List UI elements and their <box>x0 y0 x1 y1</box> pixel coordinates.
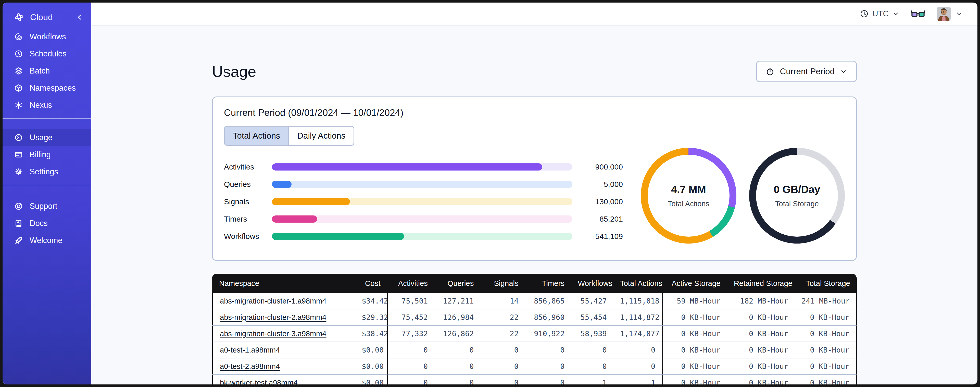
value-cell: 0 <box>614 342 662 358</box>
sidebar-nav-main: Workflows Schedules <box>3 28 91 114</box>
value-cell: 0 <box>480 358 525 375</box>
main-area: UTC <box>91 3 977 384</box>
value-cell: 0 <box>480 342 525 358</box>
sidebar-item-label: Welcome <box>30 236 62 245</box>
value-cell: 0 <box>525 342 571 358</box>
value-cell: 1,114,872 <box>614 309 662 326</box>
value-cell: 182 MB-Hour <box>727 293 795 309</box>
sidebar-item-workflows[interactable]: Workflows <box>3 28 91 45</box>
value-cell: 0 <box>434 342 480 358</box>
value-cell: 58,939 <box>571 326 613 342</box>
sidebar-collapse-icon[interactable] <box>75 13 84 21</box>
sidebar-item-settings[interactable]: Settings <box>3 163 91 180</box>
total-storage-donut: 0 GB/Day Total Storage <box>749 148 845 243</box>
usage-bar-row: Activities900,000 <box>224 163 623 171</box>
usage-bar-fill <box>272 198 350 205</box>
donut-value: 0 GB/Day <box>774 184 820 195</box>
value-cell: $0.00 <box>355 342 387 358</box>
timezone-selector[interactable]: UTC <box>860 9 899 18</box>
sidebar-header: Cloud <box>3 9 91 26</box>
sidebar-nav-account: Usage Billing <box>3 119 91 180</box>
sidebar-item-nexus[interactable]: Nexus <box>3 96 91 114</box>
tab-daily-actions[interactable]: Daily Actions <box>288 126 353 145</box>
sidebar-item-docs[interactable]: Docs <box>3 215 91 232</box>
usage-table-body: abs-migration-cluster-1.a98mm4$34.4275,5… <box>212 293 857 384</box>
settings-gear-icon <box>14 168 23 176</box>
value-cell: 0 <box>387 342 434 358</box>
value-cell: 127,211 <box>434 293 480 309</box>
value-cell: 0 <box>387 375 434 384</box>
batch-layers-icon <box>14 67 23 75</box>
usage-bar-fill <box>272 216 317 222</box>
value-cell: $29.32 <box>355 309 387 326</box>
period-selector-button[interactable]: Current Period <box>756 61 857 82</box>
value-cell: 0 <box>480 375 525 384</box>
sidebar-item-welcome[interactable]: Welcome <box>3 232 91 249</box>
sidebar: Cloud Workflows <box>3 3 91 384</box>
value-cell: 0 KB-Hour <box>727 309 795 326</box>
namespace-link[interactable]: a0-test-2.a98mm4 <box>220 362 280 370</box>
screenshot-frame: Cloud Workflows <box>0 0 980 387</box>
account-menu[interactable] <box>937 6 963 21</box>
sidebar-item-namespaces[interactable]: Namespaces <box>3 79 91 96</box>
sidebar-item-batch[interactable]: Batch <box>3 62 91 79</box>
sidebar-item-label: Batch <box>30 66 50 75</box>
nerd-glasses-icon[interactable] <box>911 9 926 19</box>
sidebar-item-support[interactable]: Support <box>3 198 91 215</box>
value-cell: 1 <box>614 375 662 384</box>
namespace-link[interactable]: abs-migration-cluster-3.a98mm4 <box>220 329 326 338</box>
value-cell: 0 KB-Hour <box>727 342 795 358</box>
namespace-link[interactable]: abs-migration-cluster-1.a98mm4 <box>220 297 326 305</box>
value-cell: 75,452 <box>387 309 434 326</box>
value-cell: 0 KB-Hour <box>727 358 795 375</box>
stopwatch-icon <box>765 67 775 76</box>
value-cell: 59 MB-Hour <box>662 293 727 309</box>
value-cell: 241 MB-Hour <box>795 293 857 309</box>
col-timers: Timers <box>525 273 571 293</box>
value-cell: 0 <box>525 358 571 375</box>
sidebar-item-schedules[interactable]: Schedules <box>3 45 91 62</box>
sidebar-item-usage[interactable]: Usage <box>3 129 91 146</box>
total-actions-donut: 4.7 MM Total Actions <box>641 148 737 243</box>
sidebar-nav-footer: Support Docs <box>3 186 91 249</box>
value-cell: 0 <box>434 375 480 384</box>
value-cell: $0.00 <box>355 358 387 375</box>
usage-bar-label: Workflows <box>224 232 265 241</box>
value-cell: $34.42 <box>355 293 387 309</box>
value-cell: 1,174,077 <box>614 326 662 342</box>
chart-row: Activities900,000Queries5,000Signals130,… <box>224 148 845 250</box>
page-head: Usage Current Period <box>212 61 857 82</box>
value-cell: 1 <box>571 375 613 384</box>
value-cell: 75,501 <box>387 293 434 309</box>
actions-tabs: Total Actions Daily Actions <box>224 126 354 146</box>
usage-bar-row: Timers85,201 <box>224 215 623 223</box>
usage-bar-track <box>272 163 573 171</box>
brand[interactable]: Cloud <box>14 12 75 22</box>
namespace-link[interactable]: a0-test-1.a98mm4 <box>220 346 280 354</box>
value-cell: 0 KB-Hour <box>727 375 795 384</box>
tab-total-actions[interactable]: Total Actions <box>225 126 288 145</box>
value-cell: 1,115,018 <box>614 293 662 309</box>
sidebar-item-label: Schedules <box>30 49 67 58</box>
table-row: abs-migration-cluster-2.a98mm4$29.3275,4… <box>212 309 857 326</box>
value-cell: 0 KB-Hour <box>795 326 857 342</box>
namespace-link[interactable]: bk-worker-test.a98mm4 <box>220 379 298 385</box>
content: Usage Current Period <box>91 26 977 384</box>
temporal-logo-icon <box>14 12 24 22</box>
namespace-link[interactable]: abs-migration-cluster-2.a98mm4 <box>220 313 326 321</box>
namespace-cell: bk-worker-test.a98mm4 <box>212 375 355 384</box>
usage-bar-fill <box>272 233 404 240</box>
usage-bar-label: Signals <box>224 197 265 206</box>
usage-gauge-icon <box>14 133 23 142</box>
value-cell: 22 <box>480 309 525 326</box>
sidebar-item-billing[interactable]: Billing <box>3 146 91 163</box>
col-total-storage: Total Storage <box>795 273 857 293</box>
value-cell: 0 KB-Hour <box>662 342 727 358</box>
col-queries: Queries <box>434 273 480 293</box>
usage-bar-track <box>272 216 573 222</box>
value-cell: 0 KB-Hour <box>727 326 795 342</box>
table-row: bk-worker-test.a98mm4$0.000000110 KB-Hou… <box>212 375 857 384</box>
sidebar-item-label: Usage <box>30 133 52 142</box>
col-activities: Activities <box>387 273 434 293</box>
table-row: abs-migration-cluster-3.a98mm4$38.4277,3… <box>212 326 857 342</box>
